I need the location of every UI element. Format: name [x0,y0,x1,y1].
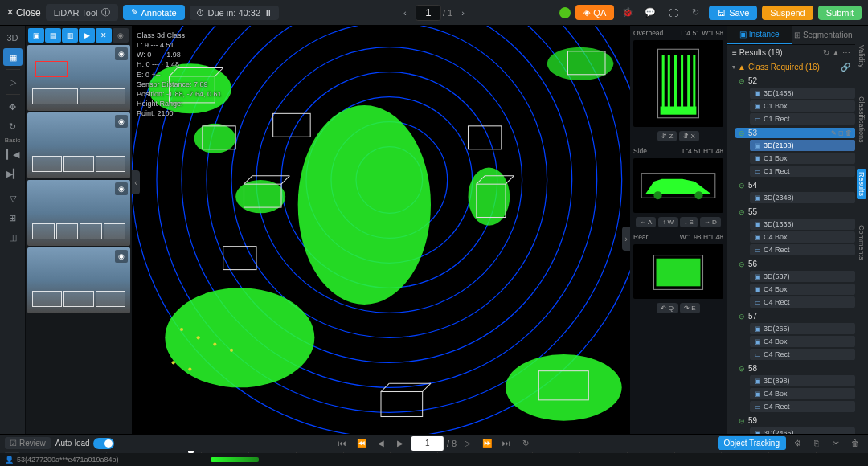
tab-validity[interactable]: Validity [857,42,866,71]
frame-input[interactable] [411,436,444,451]
page-input[interactable] [416,5,441,21]
prev-frame-icon[interactable]: ◀ [373,436,389,451]
result-sub[interactable]: 3D(2108) [750,140,855,151]
arrow-a[interactable]: ← A [636,217,656,227]
eye-icon[interactable]: ◉ [115,115,128,128]
fullscreen-icon[interactable]: ⛶ [664,4,682,22]
step-fwd[interactable]: ▶▎ [3,165,23,182]
skip-first-icon[interactable]: ⏮ [334,436,350,451]
eye-icon[interactable]: ◉ [115,250,128,263]
result-sub[interactable]: C4 Box [750,284,855,295]
toggle-switch[interactable] [93,438,114,449]
skip-last-icon[interactable]: ⏭ [498,436,514,451]
grid-tool[interactable]: ⊞ [3,209,23,227]
result-sub[interactable]: C1 Rect [750,113,855,125]
arrow-w[interactable]: ↑ W [658,217,678,227]
camera-2-thumb[interactable]: ◉ [27,112,130,178]
arrow-s[interactable]: ↓ S [680,217,698,227]
tool-selector[interactable]: LiDAR Toolⓘ [46,4,118,21]
tab-instance[interactable]: ▣ Instance [727,26,792,44]
autoload-toggle[interactable]: Auto-load [55,438,114,449]
lock-z[interactable]: ⇵ Z [657,131,677,141]
more-icon[interactable]: ⋯ [842,48,850,57]
suspend-button[interactable]: Suspend [762,6,813,20]
result-item-55[interactable]: 55 [739,206,855,217]
rotate-e[interactable]: ↷ E [680,303,700,313]
gear-icon[interactable]: ⚙ [789,436,805,451]
collapse-right-icon[interactable]: › [622,227,630,251]
camera-1-thumb[interactable]: ◉ [27,45,130,111]
tab-comments[interactable]: Comments [857,222,866,264]
result-sub[interactable]: 3D(265) [750,323,855,334]
camera-4-thumb[interactable]: ◉ [27,247,130,313]
loop-icon[interactable]: ↻ [518,436,534,451]
result-item-58[interactable]: 58 [739,363,855,374]
thumb-btn-1[interactable]: ▣ [28,28,44,43]
chat-icon[interactable]: 💬 [641,4,659,22]
rotate-tool[interactable]: ↻ [3,117,23,135]
copy-icon[interactable]: ⎘ [809,436,825,451]
thumb-btn-3[interactable]: ▥ [62,28,78,43]
object-tracking-button[interactable]: Object Tracking [718,436,786,450]
eye-icon[interactable]: ◉ [115,47,128,60]
next-page-icon[interactable]: › [454,4,472,22]
rewind-icon[interactable]: ⏪ [354,436,370,451]
close-button[interactable]: Close [6,7,41,18]
result-item-52[interactable]: 52 [739,76,855,86]
result-sub[interactable]: 3D(1336) [750,219,855,230]
link-icon[interactable]: 🔗 [841,63,850,72]
pause-icon[interactable]: ⏸ [264,8,272,18]
side-view[interactable] [633,158,723,213]
thumb-btn-2[interactable]: ▤ [45,28,61,43]
submit-button[interactable]: Submit [818,6,862,20]
refresh-results-icon[interactable]: ↻ [823,48,829,57]
next-frame-icon[interactable]: ▷ [460,436,476,451]
result-sub[interactable]: 3D(2348) [750,192,855,203]
result-item-54[interactable]: 54 [739,180,855,190]
main-3d-viewport[interactable]: Class 3d Class L: 9 --- 4.51 W: 0 --- · … [132,26,630,434]
result-item-53[interactable]: 53✎◻🗑 [735,128,855,138]
result-sub[interactable]: 3D(1458) [750,88,855,99]
thumb-btn-5[interactable]: ✕ [96,28,112,43]
mode-2d[interactable]: ▦ [3,48,23,66]
filter-tool[interactable]: ▽ [3,190,23,207]
group-class-required[interactable]: ▲Class Required (16)🔗 [727,60,855,74]
split-icon[interactable]: ✂ [828,436,844,451]
rotate-q[interactable]: ↶ Q [657,303,677,313]
play-icon[interactable]: ▶ [392,436,408,451]
rear-view[interactable] [633,244,723,299]
result-sub[interactable]: 3D(2465) [750,427,855,434]
tab-classifications[interactable]: Classifications [857,93,866,146]
review-mode[interactable]: ☑ Review [5,437,51,449]
result-item-56[interactable]: 56 [739,259,855,269]
step-back[interactable]: ▎◀ [3,145,23,163]
thumb-btn-4[interactable]: ▶ [79,28,95,43]
prev-page-icon[interactable]: ‹ [396,4,414,22]
result-sub[interactable]: 3D(898) [750,375,855,386]
bug-icon[interactable]: 🐞 [619,4,637,22]
tab-results[interactable]: Results [857,169,866,199]
overhead-view[interactable] [633,40,723,127]
lock-x[interactable]: ⇵ X [679,131,699,141]
result-sub[interactable]: C1 Box [750,153,855,164]
result-sub[interactable]: C4 Rect [750,349,855,360]
result-sub[interactable]: C4 Rect [750,244,855,255]
result-item-57[interactable]: 57 [739,311,855,321]
thumb-eye-toggle[interactable]: ◉ [113,28,129,43]
mode-3d[interactable]: 3D [3,29,23,47]
annotate-button[interactable]: ✎ Annotate [123,5,185,20]
pointer-tool[interactable]: ▷ [3,73,23,91]
result-sub[interactable]: C4 Rect [750,401,855,412]
move-tool[interactable]: ✥ [3,98,23,116]
result-sub[interactable]: C4 Box [750,231,855,243]
crop-tool[interactable]: ◫ [3,228,23,246]
warn-icon[interactable]: ▲ [832,48,840,57]
refresh-icon[interactable]: ↻ [686,4,704,22]
arrow-d[interactable]: → D [700,217,721,227]
camera-3-thumb[interactable]: ◉ [27,180,130,246]
result-sub[interactable]: C4 Rect [750,296,855,308]
collapse-left-icon[interactable]: ‹ [132,170,140,194]
tab-segmentation[interactable]: ⊞ Segmentation [792,26,856,44]
result-sub[interactable]: C4 Box [750,388,855,399]
save-button[interactable]: 🖫 Save [709,6,757,20]
